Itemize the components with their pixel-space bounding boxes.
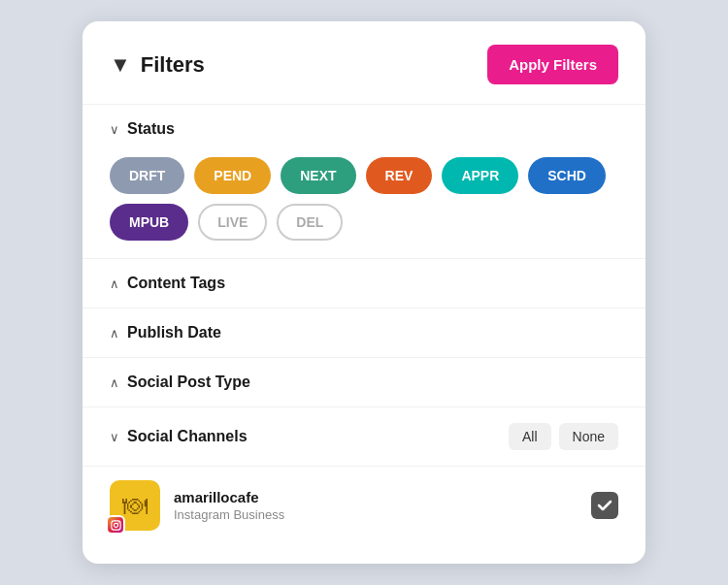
svg-point-2 bbox=[117, 522, 118, 523]
header-left: ▼ Filters bbox=[110, 52, 205, 78]
social-channels-header[interactable]: ∨ Social Channels All None bbox=[83, 407, 645, 467]
chip-live[interactable]: LIVE bbox=[198, 204, 267, 241]
channel-avatar-icon: 🍽 bbox=[122, 491, 148, 521]
status-chips-container: DRFT PEND NEXT REV APPR SCHD MPUB LIVE D… bbox=[110, 153, 618, 258]
publish-date-section-header[interactable]: ∧ Publish Date bbox=[110, 309, 618, 357]
status-chevron: ∨ bbox=[110, 122, 119, 137]
chip-del[interactable]: DEL bbox=[277, 204, 343, 241]
content-tags-section: ∧ Content Tags bbox=[83, 259, 645, 309]
social-post-type-chevron: ∧ bbox=[110, 375, 119, 390]
chip-pend[interactable]: PEND bbox=[194, 157, 271, 194]
chip-appr[interactable]: APPR bbox=[442, 157, 518, 194]
filter-icon: ▼ bbox=[110, 52, 131, 78]
all-channels-button[interactable]: All bbox=[509, 423, 551, 450]
chip-rev[interactable]: REV bbox=[366, 157, 433, 194]
status-section-title: Status bbox=[127, 120, 175, 138]
instagram-badge bbox=[106, 515, 125, 535]
filters-panel: ▼ Filters Apply Filters ∨ Status DRFT PE… bbox=[83, 21, 645, 564]
content-tags-section-header[interactable]: ∧ Content Tags bbox=[110, 259, 618, 308]
content-tags-chevron: ∧ bbox=[110, 276, 119, 291]
svg-point-1 bbox=[114, 523, 117, 527]
channel-controls: All None bbox=[509, 423, 618, 450]
channel-avatar: 🍽 bbox=[110, 480, 160, 531]
social-channels-section-title: Social Channels bbox=[127, 428, 248, 445]
channel-type: Instagram Business bbox=[174, 507, 578, 522]
panel-header: ▼ Filters Apply Filters bbox=[83, 21, 645, 105]
status-section-header[interactable]: ∨ Status bbox=[110, 105, 618, 153]
publish-date-section-title: Publish Date bbox=[127, 324, 221, 341]
panel-title: Filters bbox=[141, 52, 205, 78]
chip-drft[interactable]: DRFT bbox=[110, 157, 184, 194]
chip-mpub[interactable]: MPUB bbox=[110, 204, 188, 241]
social-channels-left: ∨ Social Channels bbox=[110, 428, 248, 445]
status-section: ∨ Status DRFT PEND NEXT REV APPR SCHD MP… bbox=[83, 105, 645, 259]
social-post-type-section: ∧ Social Post Type bbox=[83, 358, 645, 407]
social-post-type-section-header[interactable]: ∧ Social Post Type bbox=[110, 358, 618, 406]
channel-row: 🍽 amarillocafe Instagram Business bbox=[83, 467, 645, 544]
social-channels-section: ∨ Social Channels All None 🍽 bbox=[83, 407, 645, 544]
svg-rect-0 bbox=[111, 520, 119, 529]
social-post-type-section-title: Social Post Type bbox=[127, 374, 250, 391]
social-channels-chevron: ∨ bbox=[110, 430, 119, 444]
chip-schd[interactable]: SCHD bbox=[528, 157, 606, 194]
channel-name: amarillocafe bbox=[174, 489, 578, 505]
none-channels-button[interactable]: None bbox=[559, 423, 618, 450]
content-tags-section-title: Content Tags bbox=[127, 275, 225, 292]
chip-next[interactable]: NEXT bbox=[281, 157, 355, 194]
publish-date-chevron: ∧ bbox=[110, 326, 119, 341]
channel-checkbox[interactable] bbox=[591, 492, 618, 519]
publish-date-section: ∧ Publish Date bbox=[83, 309, 645, 358]
channel-info: amarillocafe Instagram Business bbox=[174, 489, 578, 522]
apply-filters-button[interactable]: Apply Filters bbox=[487, 45, 618, 84]
